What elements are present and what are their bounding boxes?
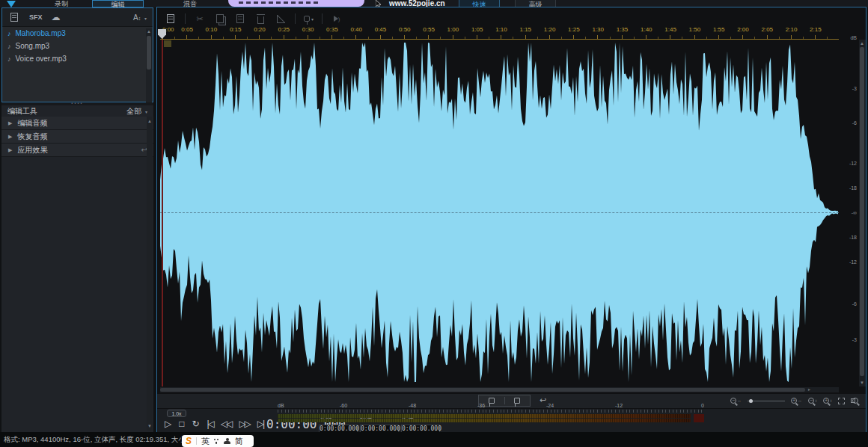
- zoom-in-horizontal-icon[interactable]: +↔: [791, 398, 802, 404]
- ruler-tick: [235, 35, 236, 39]
- ime-simplified-button[interactable]: 简: [235, 436, 243, 447]
- ruler-tick: [658, 37, 658, 39]
- stop-button[interactable]: □: [179, 419, 184, 429]
- go-to-end-button[interactable]: ▷|: [257, 419, 263, 429]
- level-meter: dB-60-48-36-24-120: [276, 403, 709, 425]
- timeline-ruler[interactable]: 0:000:050:100:150:200:250:300:350:400:45…: [160, 25, 839, 40]
- db-scale-label: -6: [852, 120, 857, 126]
- ruler-tick: [440, 37, 441, 39]
- ruler-tick: [767, 35, 768, 39]
- scroll-up-icon[interactable]: ▲: [859, 40, 865, 46]
- trim-icon[interactable]: [275, 13, 287, 25]
- meter-scale-label: dB: [278, 403, 284, 408]
- ruler-tick: [791, 35, 792, 39]
- transport-buttons: ▷ □ ↻ |◁ ◁◁ ▷▷ ▷|: [165, 419, 263, 429]
- ruler-tick: [368, 37, 369, 39]
- sfx-library-button[interactable]: SFX: [29, 13, 43, 21]
- waveform-horizontal-scrollbar[interactable]: ▸: [160, 387, 839, 392]
- zoom-fit-icon[interactable]: [838, 398, 845, 404]
- ruler-tick: [706, 37, 707, 39]
- ruler-tick: [815, 35, 816, 39]
- cut-icon[interactable]: ✂: [194, 13, 206, 25]
- normalize-icon[interactable]: ): [331, 13, 343, 25]
- sort-dropdown[interactable]: A↕ ▾: [133, 13, 147, 22]
- ruler-time-label: 1:50: [689, 26, 701, 33]
- ruler-time-label: 1:10: [495, 26, 507, 33]
- clip-properties-icon[interactable]: [165, 13, 177, 25]
- separator: [196, 437, 197, 445]
- scroll-down-icon[interactable]: ▼: [859, 380, 865, 386]
- notification-pill[interactable]: [228, 0, 364, 7]
- ruler-tick: [284, 35, 284, 39]
- edit-tools-list: ▶编辑音频▶恢复音频▶应用效果↩: [1, 117, 153, 157]
- zoom-in-vertical-icon[interactable]: +↕: [823, 398, 832, 404]
- ruler-time-label: 1:05: [471, 26, 483, 33]
- ruler-time-label: 1:25: [568, 26, 580, 33]
- zoom-to-selection-icon[interactable]: [851, 398, 858, 404]
- db-scale-label: -12: [849, 259, 857, 265]
- tab-edit[interactable]: 编辑: [92, 0, 144, 7]
- ruler-time-label: 2:15: [810, 26, 822, 33]
- tools-scrollbar[interactable]: ▲ ▼: [147, 117, 153, 431]
- zoom-out-vertical-icon[interactable]: −↕: [808, 398, 817, 404]
- playhead-line: [162, 40, 163, 386]
- toolbar-separator: [295, 13, 296, 24]
- scrollbar-thumb[interactable]: [147, 36, 151, 70]
- expand-arrow-icon[interactable]: ▶: [8, 120, 12, 126]
- fast-forward-button[interactable]: ▷▷: [239, 419, 249, 429]
- media-library-panel: SFX ☁ A↕ ▾ ♪Mahoroba.mp3♪Song.mp3♪Voice …: [1, 7, 153, 102]
- rewind-button[interactable]: ◁◁: [221, 419, 231, 429]
- go-to-start-button[interactable]: |◁: [207, 419, 213, 429]
- ruler-tick: [525, 35, 526, 39]
- ime-tools-icon[interactable]: [214, 438, 219, 445]
- ruler-tick: [561, 37, 562, 39]
- add-marker-dropdown[interactable]: ▾: [304, 13, 314, 25]
- meter-scale-label: -60: [340, 403, 347, 408]
- zoom-out-horizontal-icon[interactable]: −↔: [730, 398, 742, 404]
- zoom-slider-knob[interactable]: [749, 399, 753, 403]
- meter-scale-label: 0: [701, 403, 704, 408]
- toolbar-separator: [322, 13, 323, 24]
- media-file-item[interactable]: ♪Mahoroba.mp3: [2, 27, 153, 40]
- tool-section-row[interactable]: ▶应用效果↩: [1, 144, 153, 157]
- waveform-vertical-scrollbar[interactable]: ▲ ▼: [859, 40, 866, 386]
- copy-icon[interactable]: [214, 13, 226, 25]
- waveform-display[interactable]: [160, 40, 839, 386]
- music-note-icon: ♪: [7, 55, 11, 63]
- scrollbar-thumb[interactable]: [160, 388, 805, 392]
- delete-icon[interactable]: [254, 13, 266, 25]
- media-list-scrollbar[interactable]: ▲: [146, 28, 152, 102]
- media-file-item[interactable]: ♪Song.mp3: [2, 40, 153, 52]
- media-file-item[interactable]: ♪Voice over.mp3: [2, 52, 153, 65]
- music-note-icon: ♪: [7, 30, 11, 37]
- scroll-up-icon[interactable]: ▲: [146, 28, 152, 34]
- cloud-download-icon[interactable]: ☁: [52, 12, 61, 22]
- scrollbar-thumb[interactable]: [860, 47, 864, 376]
- play-button[interactable]: ▷: [165, 419, 171, 429]
- ruler-tick: [682, 37, 682, 39]
- tab-record[interactable]: 录制: [55, 0, 68, 7]
- edit-tools-title: 编辑工具: [7, 106, 37, 117]
- scroll-up-icon[interactable]: ▲: [147, 118, 153, 124]
- ruler-tick: [343, 37, 344, 39]
- import-media-icon[interactable]: [8, 11, 20, 23]
- expand-arrow-icon[interactable]: ▶: [8, 134, 12, 140]
- ime-skin-icon[interactable]: [224, 438, 230, 445]
- tool-section-row[interactable]: ▶恢复音频: [1, 130, 153, 144]
- paste-icon[interactable]: [234, 13, 246, 25]
- ruler-time-label: 1:20: [544, 26, 556, 33]
- expand-arrow-icon[interactable]: ▶: [8, 147, 12, 153]
- tool-section-row[interactable]: ▶编辑音频: [1, 117, 153, 130]
- ime-logo-icon[interactable]: S: [186, 436, 192, 446]
- scroll-right-icon[interactable]: ▸: [808, 387, 810, 392]
- scroll-down-icon[interactable]: ▼: [147, 423, 153, 429]
- playback-speed-button[interactable]: 1.0x: [167, 410, 186, 417]
- meter-bar-right: [278, 419, 691, 422]
- ime-language-button[interactable]: 英: [201, 436, 210, 447]
- tool-section-label: 恢复音频: [17, 132, 47, 142]
- toolbar-separator: [185, 13, 186, 24]
- selection-start-handle[interactable]: [164, 40, 171, 47]
- zoom-slider[interactable]: [748, 401, 785, 401]
- loop-button[interactable]: ↻: [192, 419, 199, 429]
- filter-dropdown[interactable]: 全部 ▾: [126, 106, 147, 117]
